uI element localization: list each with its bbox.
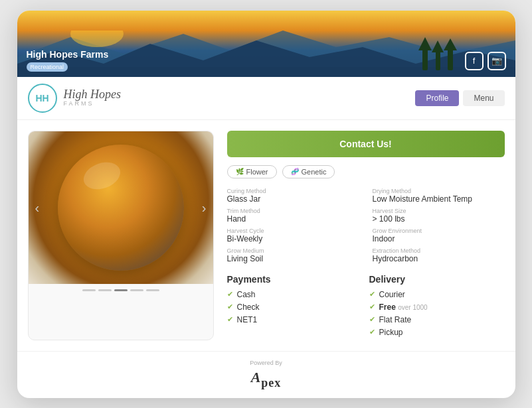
svg-marker-6 — [432, 40, 444, 52]
spec-trim-method: Trim Method Hand — [227, 208, 359, 224]
delivery-section: Delivery ✔ Courier ✔ Free over 1000 ✔ Fl… — [369, 274, 505, 340]
payment-net1: ✔ NET1 — [227, 315, 363, 324]
brand-sub: FARMS — [64, 101, 122, 107]
delivery-title: Delivery — [369, 274, 505, 285]
apex-logo: Apex — [25, 369, 507, 390]
delivery-flatrate-label: Flat Rate — [379, 315, 412, 324]
menu-button[interactable]: Menu — [463, 90, 504, 106]
payments-section: Payments ✔ Cash ✔ Check ✔ NET1 — [227, 274, 363, 340]
check-free-icon: ✔ — [369, 303, 375, 311]
spec-curing-method: Curing Method Glass Jar — [227, 188, 359, 204]
payment-cash: ✔ Cash — [227, 290, 363, 299]
spec-extraction-label: Extraction Method — [373, 247, 505, 254]
spec-trim-label: Trim Method — [227, 208, 359, 214]
spec-harvest-cycle-label: Harvest Cycle — [227, 228, 359, 234]
spec-extraction-method: Extraction Method Hydrocarbon — [373, 247, 505, 263]
product-image: ‹ › — [29, 131, 213, 284]
spec-grow-medium-value: Living Soil — [227, 254, 359, 263]
spec-grow-environment: Grow Environment Indoor — [373, 228, 505, 243]
dot-5[interactable] — [146, 289, 159, 291]
logo-area: HH High Hopes FARMS — [28, 84, 122, 113]
check-pickup-icon: ✔ — [369, 328, 375, 336]
main-content: ‹ › Contact Us! 🌿 Flower 🧬 — [17, 120, 515, 351]
delivery-free: ✔ Free over 1000 — [369, 303, 505, 312]
spec-grow-medium: Grow Medium Living Soil — [227, 247, 359, 263]
tag-genetic-label: Genetic — [302, 168, 327, 176]
carousel-right-arrow[interactable]: › — [197, 194, 212, 220]
dot-2[interactable] — [98, 289, 112, 291]
spec-harvest-size: Harvest Size > 100 lbs — [373, 208, 505, 224]
flower-icon: 🌿 — [236, 168, 244, 175]
facebook-icon[interactable]: f — [465, 52, 484, 70]
spec-trim-value: Hand — [227, 214, 359, 224]
check-cash-icon: ✔ — [227, 290, 233, 299]
delivery-courier: ✔ Courier — [369, 290, 505, 299]
payment-check: ✔ Check — [227, 303, 363, 312]
carousel-left-arrow[interactable]: ‹ — [30, 194, 45, 220]
check-flatrate-icon: ✔ — [369, 315, 375, 324]
spec-harvest-cycle: Harvest Cycle Bi-Weekly — [227, 228, 359, 243]
profile-button[interactable]: Profile — [415, 90, 459, 106]
carousel-dots — [29, 284, 213, 297]
spec-drying-label: Drying Method — [373, 188, 505, 194]
hero-banner: High Hopes Farms Recreational f 📷 — [17, 11, 515, 77]
logo-circle: HH — [28, 84, 57, 113]
image-panel: ‹ › — [28, 131, 214, 340]
brand-name: High Hopes — [64, 88, 122, 102]
specs-grid: Curing Method Glass Jar Drying Method Lo… — [227, 188, 505, 263]
genetic-icon: 🧬 — [291, 168, 299, 175]
check-net1-icon: ✔ — [227, 315, 233, 324]
nav-bar: HH High Hopes FARMS Profile Menu — [17, 77, 515, 120]
tag-flower: 🌿 Flower — [227, 165, 277, 178]
spec-drying-value: Low Moisture Ambient Temp — [373, 194, 505, 204]
svg-marker-8 — [444, 38, 457, 50]
powered-by-text: Powered By — [25, 360, 507, 366]
payment-cash-label: Cash — [237, 290, 256, 299]
spec-harvest-cycle-value: Bi-Weekly — [227, 234, 359, 243]
tag-genetic: 🧬 Genetic — [282, 165, 335, 178]
spec-harvest-size-value: > 100 lbs — [373, 214, 505, 224]
delivery-free-label: Free over 1000 — [379, 303, 428, 312]
farm-badge: Recreational — [27, 62, 68, 72]
dot-1[interactable] — [82, 289, 96, 291]
spec-curing-value: Glass Jar — [227, 194, 359, 204]
instagram-icon[interactable]: 📷 — [488, 52, 506, 70]
contact-button[interactable]: Contact Us! — [227, 131, 505, 157]
payment-check-label: Check — [237, 303, 260, 312]
device-frame: High Hopes Farms Recreational f 📷 HH Hig… — [17, 11, 515, 398]
spec-grow-env-value: Indoor — [373, 234, 505, 243]
delivery-flatrate: ✔ Flat Rate — [369, 315, 505, 324]
spec-drying-method: Drying Method Low Moisture Ambient Temp — [373, 188, 505, 204]
tag-flower-label: Flower — [246, 168, 268, 176]
delivery-pickup: ✔ Pickup — [369, 328, 505, 337]
logo-text: High Hopes FARMS — [64, 88, 122, 108]
check-check-icon: ✔ — [227, 303, 233, 311]
spec-extraction-value: Hydrocarbon — [373, 254, 505, 263]
spec-grow-env-label: Grow Environment — [373, 228, 505, 234]
tags: 🌿 Flower 🧬 Genetic — [227, 165, 505, 178]
payments-title: Payments — [227, 274, 363, 285]
farm-name: High Hopes Farms — [27, 49, 109, 60]
hero-social: f 📷 — [465, 52, 506, 70]
delivery-pickup-label: Pickup — [379, 328, 403, 337]
payment-net1-label: NET1 — [237, 315, 258, 324]
footer: Powered By Apex — [17, 351, 515, 398]
svg-marker-4 — [418, 37, 432, 50]
product-image-inner — [58, 145, 184, 271]
nav-buttons: Profile Menu — [415, 90, 504, 106]
check-courier-icon: ✔ — [369, 290, 375, 299]
payment-delivery: Payments ✔ Cash ✔ Check ✔ NET1 Del — [227, 274, 505, 340]
info-panel: Contact Us! 🌿 Flower 🧬 Genetic Curing Me… — [227, 131, 505, 340]
spec-harvest-size-label: Harvest Size — [373, 208, 505, 214]
spec-grow-medium-label: Grow Medium — [227, 247, 359, 254]
delivery-courier-label: Courier — [379, 290, 405, 299]
hero-overlay: High Hopes Farms Recreational — [17, 44, 118, 77]
spec-curing-label: Curing Method — [227, 188, 359, 194]
dot-3[interactable] — [114, 289, 128, 291]
dot-4[interactable] — [130, 289, 143, 291]
